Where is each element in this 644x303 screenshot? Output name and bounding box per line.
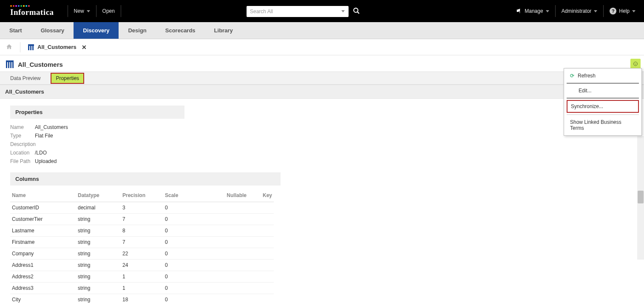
- prop-label: Description: [10, 141, 40, 147]
- nav-discovery[interactable]: Discovery: [74, 22, 119, 39]
- properties-header: Properties: [10, 106, 184, 119]
- cell-precision: 7: [121, 214, 163, 225]
- table-row[interactable]: CustomerTierstring70: [10, 214, 274, 225]
- cell-datatype: string: [76, 260, 121, 271]
- cell-key: [248, 271, 274, 283]
- nav-scorecards[interactable]: Scorecards: [156, 22, 205, 39]
- prop-row-location: Location /LDO: [10, 149, 634, 157]
- doc-tab[interactable]: All_Customers ✕: [28, 44, 87, 51]
- table-row[interactable]: Address2string10: [10, 271, 274, 283]
- flag-icon[interactable]: ⚑: [516, 8, 521, 14]
- menu-label: Show Linked Business Terms: [570, 119, 635, 131]
- prop-row-name: Name All_Customers: [10, 123, 634, 131]
- table-row[interactable]: Lastnamestring80: [10, 225, 274, 237]
- chevron-down-icon: [87, 10, 90, 12]
- cell-precision: 8: [121, 225, 163, 237]
- svg-point-0: [354, 8, 358, 12]
- cell-nullable: [206, 214, 248, 225]
- prop-label: Type: [10, 133, 35, 139]
- manage-label: Manage: [525, 8, 543, 14]
- tab-data-preview[interactable]: Data Preview: [6, 74, 45, 83]
- columns-header: Columns: [10, 172, 281, 186]
- svg-line-1: [357, 11, 359, 13]
- menu-edit[interactable]: Edit...: [564, 83, 641, 98]
- th-name: Name: [10, 189, 76, 202]
- svg-point-2: [634, 62, 638, 66]
- close-icon[interactable]: ✕: [82, 44, 87, 51]
- cell-datatype: string: [76, 214, 121, 225]
- actions-menu-button[interactable]: [630, 59, 641, 69]
- open-button[interactable]: Open: [102, 8, 115, 14]
- cell-precision: 18: [121, 294, 163, 303]
- prop-row-filepath: File Path Uploaded: [10, 157, 634, 166]
- cell-key: [248, 214, 274, 225]
- cell-precision: 3: [121, 202, 163, 214]
- top-right: ⚑ Manage Administrator ? Help: [516, 5, 635, 17]
- table-row[interactable]: Companystring220: [10, 248, 274, 260]
- top-bar: Informatica New Open ⚑ Manage Administra…: [0, 0, 644, 22]
- table-icon: [6, 60, 14, 68]
- cell-datatype: string: [76, 248, 121, 260]
- table-row[interactable]: Citystring180: [10, 294, 274, 303]
- divider: [603, 5, 604, 17]
- table-row[interactable]: Address3string10: [10, 283, 274, 294]
- tab-properties[interactable]: Properties: [51, 73, 84, 84]
- cell-datatype: string: [76, 283, 121, 294]
- scrollbar-thumb[interactable]: [638, 191, 644, 203]
- nav-start[interactable]: Start: [0, 22, 31, 39]
- help-menu[interactable]: Help: [619, 8, 635, 14]
- search-icon[interactable]: [353, 7, 360, 16]
- cell-key: [248, 294, 274, 303]
- cell-datatype: string: [76, 271, 121, 283]
- page-title-row: All_Customers: [0, 55, 644, 72]
- prop-value: Flat File: [35, 133, 53, 139]
- nav-library[interactable]: Library: [205, 22, 242, 39]
- table-header-row: Name Datatype Precision Scale Nullable K…: [10, 189, 274, 202]
- cell-nullable: [206, 294, 248, 303]
- brand-logo: Informatica: [10, 5, 54, 17]
- manage-menu[interactable]: Manage: [525, 8, 549, 14]
- page-title: All_Customers: [18, 61, 63, 68]
- doc-tab-row: All_Customers ✕: [0, 39, 644, 55]
- nav-glossary[interactable]: Glossary: [31, 22, 74, 39]
- cell-key: [248, 202, 274, 214]
- table-row[interactable]: CustomerIDdecimal30: [10, 202, 274, 214]
- prop-label: Location: [10, 150, 35, 156]
- cell-nullable: [206, 202, 248, 214]
- doc-tab-title: All_Customers: [37, 44, 77, 50]
- prop-label: File Path: [10, 158, 35, 164]
- chevron-down-icon: [594, 10, 597, 12]
- nav-design[interactable]: Design: [119, 22, 156, 39]
- chevron-down-icon: [546, 10, 549, 12]
- divider: [121, 5, 121, 17]
- help-icon[interactable]: ?: [610, 8, 616, 14]
- menu-refresh[interactable]: Refresh: [564, 69, 641, 83]
- columns-table: Name Datatype Precision Scale Nullable K…: [10, 189, 274, 303]
- menu-show-linked-terms[interactable]: Show Linked Business Terms: [564, 115, 641, 135]
- search-scope-dropdown[interactable]: [341, 10, 345, 12]
- search-input[interactable]: [247, 6, 349, 17]
- cell-name: Firstname: [10, 237, 76, 248]
- cell-key: [248, 237, 274, 248]
- actions-menu: Refresh Edit... Synchronize... Show Link…: [564, 68, 642, 136]
- chevron-down-icon: [632, 10, 635, 12]
- cell-precision: 22: [121, 248, 163, 260]
- cell-datatype: string: [76, 225, 121, 237]
- cell-nullable: [206, 237, 248, 248]
- cell-nullable: [206, 248, 248, 260]
- new-menu[interactable]: New: [74, 8, 90, 14]
- administrator-menu[interactable]: Administrator: [562, 8, 598, 14]
- th-key: Key: [248, 189, 274, 202]
- open-label: Open: [102, 8, 115, 14]
- divider: [96, 5, 96, 17]
- cell-datatype: decimal: [76, 202, 121, 214]
- cell-name: Address2: [10, 271, 76, 283]
- content-area: Properties Name All_Customers Type Flat …: [0, 106, 644, 303]
- menu-synchronize[interactable]: Synchronize...: [567, 100, 639, 113]
- table-row[interactable]: Address1string240: [10, 260, 274, 271]
- cell-key: [248, 260, 274, 271]
- menu-label: Synchronize...: [571, 103, 603, 109]
- home-icon[interactable]: [6, 43, 12, 51]
- table-row[interactable]: Firstnamestring70: [10, 237, 274, 248]
- help-label: Help: [619, 8, 630, 14]
